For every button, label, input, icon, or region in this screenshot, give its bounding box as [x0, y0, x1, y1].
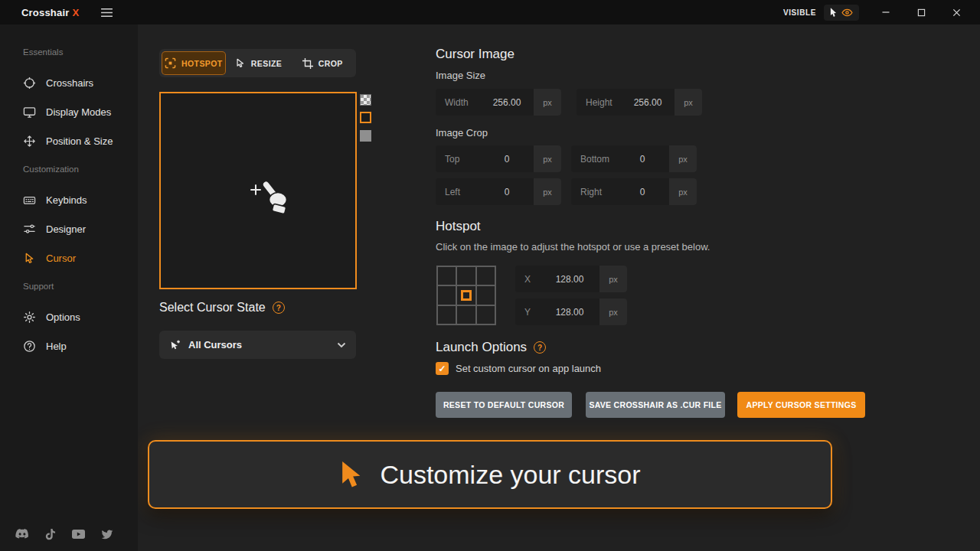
sidebar-item-display-modes[interactable]: Display Modes	[0, 97, 138, 126]
apply-cursor-settings-button[interactable]: APPLY CURSOR SETTINGS	[737, 392, 865, 418]
preview-bg-dark-swatch-selected[interactable]	[360, 112, 371, 123]
hotspot-preset-cell[interactable]	[437, 285, 456, 305]
sidebar-item-label: Crosshairs	[46, 77, 93, 89]
twitter-icon[interactable]	[101, 530, 113, 540]
sidebar-item-keybinds[interactable]: Keybinds	[0, 185, 138, 214]
sidebar: Essentials Crosshairs Display Modes Posi…	[0, 24, 138, 551]
launch-options-help-icon[interactable]: ?	[534, 341, 546, 354]
question-glyph: ?	[537, 344, 542, 352]
brand-accent-text: X	[73, 7, 80, 18]
crop-bottom-label: Bottom	[571, 154, 616, 165]
hotspot-x-value: 128.00	[540, 274, 599, 285]
hotspot-preset-cell[interactable]	[437, 266, 456, 285]
cursor-image-heading-row: Cursor Image	[436, 47, 514, 62]
crop-right-field[interactable]: Right 0 px	[571, 178, 697, 205]
crop-bottom-value: 0	[616, 154, 669, 165]
discord-icon[interactable]	[15, 529, 29, 540]
cursor-preview-canvas[interactable]	[159, 92, 357, 289]
close-button[interactable]	[939, 0, 974, 24]
hotspot-preset-cell-center-selected[interactable]	[456, 285, 475, 305]
hotspot-preset-cell[interactable]	[456, 305, 475, 324]
cursor-icon	[23, 252, 36, 265]
launch-options-heading: Launch Options	[436, 340, 527, 355]
sidebar-section-essentials: Essentials	[23, 47, 63, 57]
height-field-unit: px	[675, 89, 702, 116]
reset-default-cursor-button[interactable]: RESET TO DEFAULT CURSOR	[436, 392, 572, 418]
sidebar-item-label: Options	[46, 311, 80, 323]
sidebar-item-crosshairs[interactable]: Crosshairs	[0, 68, 138, 97]
launch-options-heading-row: Launch Options ?	[436, 340, 546, 355]
titlebar-right: VISIBLE	[783, 0, 980, 24]
save-cur-file-button[interactable]: SAVE CROSSHAIR AS .CUR FILE	[586, 392, 725, 418]
hotspot-preset-grid	[436, 266, 496, 325]
tab-label: HOTSPOT	[181, 59, 223, 68]
youtube-icon[interactable]	[72, 530, 85, 539]
height-field-label: Height	[577, 97, 621, 108]
height-field[interactable]: Height 256.00 px	[577, 89, 702, 116]
sidebar-item-label: Display Modes	[46, 106, 111, 118]
cursor-visibility-toggle[interactable]	[824, 5, 859, 21]
checkbox-checked[interactable]: ✓	[436, 362, 449, 375]
sidebar-item-position-size[interactable]: Position & Size	[0, 126, 138, 155]
hotspot-preset-cell[interactable]	[476, 266, 495, 285]
gear-icon	[23, 311, 36, 324]
width-field[interactable]: Width 256.00 px	[436, 89, 561, 116]
image-size-label: Image Size	[436, 70, 485, 81]
hotspot-preset-cell[interactable]	[476, 305, 495, 324]
hotspot-x-field[interactable]: X 128.00 px	[515, 266, 627, 292]
hamburger-menu-icon[interactable]	[100, 8, 113, 18]
cursor-state-dropdown[interactable]: All Cursors	[159, 331, 356, 359]
banner-text: Customize your cursor	[380, 460, 640, 490]
sidebar-item-options[interactable]: Options	[0, 302, 138, 331]
sidebar-item-label: Help	[46, 341, 67, 352]
editor-tabbar: HOTSPOT RESIZE CROP	[159, 49, 356, 77]
hotspot-preset-cell[interactable]	[456, 266, 475, 285]
image-crop-label: Image Crop	[436, 127, 488, 139]
crosshair-icon	[23, 77, 36, 90]
crosshair-x-app: CrosshairX VISIBLE	[0, 0, 980, 551]
crop-left-field[interactable]: Left 0 px	[436, 178, 561, 205]
sidebar-item-label: Cursor	[46, 253, 76, 264]
crop-left-unit: px	[534, 178, 561, 205]
tab-resize[interactable]: RESIZE	[227, 51, 290, 75]
crop-top-unit: px	[534, 145, 561, 172]
crop-bottom-field[interactable]: Bottom 0 px	[571, 145, 697, 172]
sidebar-section-customization: Customization	[23, 165, 79, 174]
hotspot-y-field[interactable]: Y 128.00 px	[515, 298, 627, 325]
banner-cursor-arrow-icon	[339, 461, 363, 489]
crop-top-value: 0	[480, 154, 534, 165]
crop-right-unit: px	[669, 178, 697, 205]
maximize-button[interactable]	[903, 0, 939, 24]
preview-bg-transparent-swatch[interactable]	[360, 94, 371, 106]
tab-crop[interactable]: CROP	[291, 51, 354, 75]
hotspot-heading-row: Hotspot	[436, 219, 481, 234]
brand-text: Crosshair	[21, 7, 70, 18]
tab-hotspot[interactable]: HOTSPOT	[162, 51, 226, 75]
launch-on-start-checkbox-row[interactable]: ✓ Set custom cursor on app launch	[436, 362, 601, 375]
customize-cursor-banner[interactable]: Customize your cursor	[148, 440, 832, 509]
sidebar-item-designer[interactable]: Designer	[0, 214, 138, 243]
hotspot-x-label: X	[515, 274, 540, 285]
hand-cursor-image	[250, 170, 303, 227]
hotspot-preset-cell[interactable]	[476, 285, 495, 305]
hotspot-icon	[165, 57, 176, 69]
cursor-state-help-icon[interactable]: ?	[273, 302, 285, 314]
eye-icon	[841, 8, 853, 17]
tiktok-icon[interactable]	[45, 528, 56, 540]
dropdown-selected-value: All Cursors	[188, 339, 242, 350]
cursor-pointer-icon	[830, 8, 837, 18]
resize-cursor-icon	[235, 58, 246, 69]
hotspot-preset-cell[interactable]	[437, 305, 456, 324]
crop-bottom-unit: px	[669, 145, 697, 172]
height-field-value: 256.00	[621, 97, 675, 108]
sidebar-item-cursor[interactable]: Cursor	[0, 243, 138, 272]
minimize-button[interactable]	[868, 0, 903, 24]
crop-top-field[interactable]: Top 0 px	[436, 145, 561, 172]
crop-top-label: Top	[436, 154, 480, 165]
sidebar-section-support: Support	[23, 282, 54, 291]
preview-bg-gray-swatch[interactable]	[360, 130, 371, 142]
hotspot-y-unit: px	[599, 298, 627, 325]
sidebar-item-label: Keybinds	[46, 194, 87, 206]
hotspot-heading: Hotspot	[436, 219, 481, 234]
sidebar-item-help[interactable]: Help	[0, 331, 138, 360]
